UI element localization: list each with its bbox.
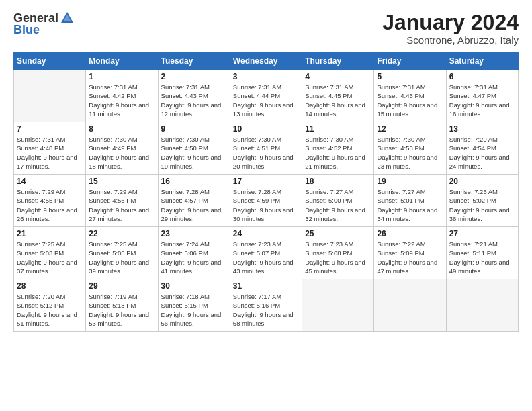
day-number: 24 [233, 229, 299, 238]
calendar-table: SundayMondayTuesdayWednesdayThursdayFrid… [13, 52, 519, 332]
week-row-4: 21Sunrise: 7:25 AMSunset: 5:03 PMDayligh… [14, 227, 519, 279]
day-info: Sunrise: 7:23 AMSunset: 5:07 PMDaylight:… [233, 240, 299, 275]
calendar-cell: 21Sunrise: 7:25 AMSunset: 5:03 PMDayligh… [14, 227, 86, 279]
day-info: Sunrise: 7:20 AMSunset: 5:12 PMDaylight:… [17, 292, 83, 328]
logo: General Blue [13, 11, 75, 37]
week-row-5: 28Sunrise: 7:20 AMSunset: 5:12 PMDayligh… [14, 279, 519, 332]
calendar-cell: 24Sunrise: 7:23 AMSunset: 5:07 PMDayligh… [230, 227, 302, 279]
day-info: Sunrise: 7:25 AMSunset: 5:03 PMDaylight:… [17, 240, 83, 275]
day-info: Sunrise: 7:31 AMSunset: 4:43 PMDaylight:… [161, 83, 227, 118]
calendar-cell: 10Sunrise: 7:30 AMSunset: 4:51 PMDayligh… [230, 122, 302, 175]
day-info: Sunrise: 7:28 AMSunset: 4:59 PMDaylight:… [233, 187, 299, 223]
day-number: 20 [449, 177, 515, 186]
day-info: Sunrise: 7:26 AMSunset: 5:02 PMDaylight:… [449, 187, 515, 223]
day-number: 6 [449, 72, 515, 81]
day-info: Sunrise: 7:30 AMSunset: 4:52 PMDaylight:… [305, 135, 371, 171]
location-subtitle: Scontrone, Abruzzo, Italy [382, 34, 519, 46]
day-number: 11 [305, 124, 371, 134]
calendar-cell: 19Sunrise: 7:27 AMSunset: 5:01 PMDayligh… [374, 175, 446, 227]
calendar-cell: 27Sunrise: 7:21 AMSunset: 5:11 PMDayligh… [446, 227, 518, 279]
day-info: Sunrise: 7:30 AMSunset: 4:49 PMDaylight:… [89, 135, 154, 171]
day-info: Sunrise: 7:31 AMSunset: 4:46 PMDaylight:… [377, 83, 443, 118]
month-title: January 2024 [382, 11, 519, 34]
day-info: Sunrise: 7:28 AMSunset: 4:57 PMDaylight:… [161, 187, 227, 223]
day-number: 19 [377, 177, 443, 186]
header-day-thursday: Thursday [302, 53, 374, 70]
week-row-1: 1Sunrise: 7:31 AMSunset: 4:42 PMDaylight… [14, 70, 519, 122]
calendar-cell: 14Sunrise: 7:29 AMSunset: 4:55 PMDayligh… [14, 175, 86, 227]
day-info: Sunrise: 7:24 AMSunset: 5:06 PMDaylight:… [161, 240, 227, 275]
day-number: 4 [305, 72, 371, 81]
header: General Blue January 2024 Scontrone, Abr… [13, 11, 519, 46]
day-info: Sunrise: 7:22 AMSunset: 5:09 PMDaylight:… [377, 240, 443, 275]
calendar-cell: 29Sunrise: 7:19 AMSunset: 5:13 PMDayligh… [86, 279, 158, 332]
calendar-cell: 20Sunrise: 7:26 AMSunset: 5:02 PMDayligh… [446, 175, 518, 227]
calendar-cell: 3Sunrise: 7:31 AMSunset: 4:44 PMDaylight… [230, 70, 302, 122]
header-row: SundayMondayTuesdayWednesdayThursdayFrid… [14, 53, 519, 70]
calendar-cell: 2Sunrise: 7:31 AMSunset: 4:43 PMDaylight… [158, 70, 230, 122]
day-number: 23 [161, 229, 227, 238]
header-day-sunday: Sunday [14, 53, 86, 70]
day-info: Sunrise: 7:27 AMSunset: 5:00 PMDaylight:… [305, 187, 371, 223]
calendar-cell: 30Sunrise: 7:18 AMSunset: 5:15 PMDayligh… [158, 279, 230, 332]
day-number: 16 [161, 177, 227, 186]
day-number: 25 [305, 229, 371, 238]
calendar-cell: 5Sunrise: 7:31 AMSunset: 4:46 PMDaylight… [374, 70, 446, 122]
calendar-cell: 12Sunrise: 7:30 AMSunset: 4:53 PMDayligh… [374, 122, 446, 175]
header-day-monday: Monday [86, 53, 158, 70]
day-number: 3 [233, 72, 299, 81]
day-number: 13 [449, 124, 515, 134]
day-info: Sunrise: 7:30 AMSunset: 4:50 PMDaylight:… [161, 135, 227, 171]
week-row-3: 14Sunrise: 7:29 AMSunset: 4:55 PMDayligh… [14, 175, 519, 227]
calendar-cell: 31Sunrise: 7:17 AMSunset: 5:16 PMDayligh… [230, 279, 302, 332]
day-info: Sunrise: 7:31 AMSunset: 4:42 PMDaylight:… [89, 83, 154, 118]
calendar-cell: 7Sunrise: 7:31 AMSunset: 4:48 PMDaylight… [14, 122, 86, 175]
day-info: Sunrise: 7:21 AMSunset: 5:11 PMDaylight:… [449, 240, 515, 275]
day-info: Sunrise: 7:27 AMSunset: 5:01 PMDaylight:… [377, 187, 443, 223]
calendar-cell [374, 279, 446, 332]
calendar-cell: 1Sunrise: 7:31 AMSunset: 4:42 PMDaylight… [86, 70, 158, 122]
day-number: 31 [233, 281, 299, 291]
calendar-cell: 17Sunrise: 7:28 AMSunset: 4:59 PMDayligh… [230, 175, 302, 227]
day-number: 15 [89, 177, 154, 186]
calendar-cell: 28Sunrise: 7:20 AMSunset: 5:12 PMDayligh… [14, 279, 86, 332]
calendar-cell [14, 70, 86, 122]
calendar-cell: 22Sunrise: 7:25 AMSunset: 5:05 PMDayligh… [86, 227, 158, 279]
calendar-cell: 13Sunrise: 7:29 AMSunset: 4:54 PMDayligh… [446, 122, 518, 175]
day-number: 1 [89, 72, 154, 81]
day-number: 2 [161, 72, 227, 81]
calendar-cell: 9Sunrise: 7:30 AMSunset: 4:50 PMDaylight… [158, 122, 230, 175]
day-info: Sunrise: 7:31 AMSunset: 4:48 PMDaylight:… [17, 135, 83, 171]
calendar-cell: 15Sunrise: 7:29 AMSunset: 4:56 PMDayligh… [86, 175, 158, 227]
calendar-cell: 4Sunrise: 7:31 AMSunset: 4:45 PMDaylight… [302, 70, 374, 122]
day-number: 28 [17, 281, 83, 291]
page: General Blue January 2024 Scontrone, Abr… [0, 0, 532, 411]
day-info: Sunrise: 7:30 AMSunset: 4:53 PMDaylight:… [377, 135, 443, 171]
calendar-cell: 8Sunrise: 7:30 AMSunset: 4:49 PMDaylight… [86, 122, 158, 175]
day-info: Sunrise: 7:23 AMSunset: 5:08 PMDaylight:… [305, 240, 371, 275]
day-number: 7 [17, 124, 83, 134]
day-info: Sunrise: 7:31 AMSunset: 4:44 PMDaylight:… [233, 83, 299, 118]
logo-icon [60, 11, 75, 26]
day-number: 8 [89, 124, 154, 134]
day-info: Sunrise: 7:25 AMSunset: 5:05 PMDaylight:… [89, 240, 154, 275]
day-number: 17 [233, 177, 299, 186]
day-number: 21 [17, 229, 83, 238]
day-info: Sunrise: 7:18 AMSunset: 5:15 PMDaylight:… [161, 292, 227, 328]
day-number: 12 [377, 124, 443, 134]
day-number: 29 [89, 281, 154, 291]
title-area: January 2024 Scontrone, Abruzzo, Italy [382, 11, 519, 46]
day-info: Sunrise: 7:30 AMSunset: 4:51 PMDaylight:… [233, 135, 299, 171]
day-info: Sunrise: 7:29 AMSunset: 4:56 PMDaylight:… [89, 187, 154, 223]
calendar-cell: 23Sunrise: 7:24 AMSunset: 5:06 PMDayligh… [158, 227, 230, 279]
day-number: 27 [449, 229, 515, 238]
header-day-wednesday: Wednesday [230, 53, 302, 70]
day-number: 18 [305, 177, 371, 186]
week-row-2: 7Sunrise: 7:31 AMSunset: 4:48 PMDaylight… [14, 122, 519, 175]
day-info: Sunrise: 7:29 AMSunset: 4:54 PMDaylight:… [449, 135, 515, 171]
calendar-cell: 18Sunrise: 7:27 AMSunset: 5:00 PMDayligh… [302, 175, 374, 227]
day-number: 14 [17, 177, 83, 186]
day-number: 10 [233, 124, 299, 134]
day-info: Sunrise: 7:31 AMSunset: 4:45 PMDaylight:… [305, 83, 371, 118]
day-info: Sunrise: 7:31 AMSunset: 4:47 PMDaylight:… [449, 83, 515, 118]
